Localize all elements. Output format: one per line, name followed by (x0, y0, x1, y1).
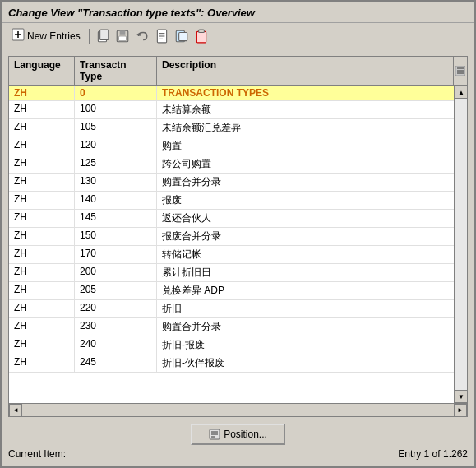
position-button[interactable]: Position... (191, 424, 285, 445)
cell-language: ZH (9, 155, 75, 173)
table-row[interactable]: ZH130购置合并分录 (9, 174, 454, 192)
cell-language: ZH (9, 137, 75, 155)
data-table: Language Transactn Type Description ZH0T… (8, 56, 468, 417)
cell-transactn-type: 220 (75, 300, 157, 317)
table-row[interactable]: ZH170转储记帐 (9, 246, 454, 264)
cell-description: 折旧-报废 (157, 336, 454, 354)
cell-language: ZH (9, 264, 75, 281)
table-row[interactable]: ZH220折旧 (9, 300, 454, 318)
copy2-icon[interactable] (173, 28, 190, 44)
entry-info: Entry 1 of 1.262 (398, 448, 468, 460)
position-btn-wrapper: Position... (8, 424, 468, 445)
cell-language: ZH (9, 86, 75, 100)
cell-transactn-type: 205 (75, 282, 157, 299)
cell-language: ZH (9, 246, 75, 263)
col-transactn-header: Transactn Type (75, 57, 157, 85)
save-icon[interactable] (114, 28, 131, 44)
table-row[interactable]: ZH145返还合伙人 (9, 210, 454, 228)
cell-description: 购置合并分录 (157, 174, 454, 191)
table-row[interactable]: ZH140报废 (9, 192, 454, 210)
undo-icon[interactable] (134, 28, 150, 44)
scroll-up-button[interactable]: ▲ (455, 86, 467, 99)
table-row[interactable]: ZH125跨公司购置 (9, 155, 454, 174)
cell-transactn-type: 140 (75, 192, 157, 209)
scroll-right-button[interactable]: ► (454, 404, 467, 417)
vertical-scrollbar[interactable]: ▲ ▼ (454, 86, 467, 403)
cell-language: ZH (9, 300, 75, 317)
copy-icon[interactable] (95, 28, 111, 44)
cell-description: 折旧-伙伴报废 (157, 354, 454, 372)
cell-description: 报废 (157, 192, 454, 209)
cell-description: TRANSACTION TYPES (157, 86, 454, 100)
cell-transactn-type: 200 (75, 264, 157, 281)
cell-description: 返还合伙人 (157, 210, 454, 227)
scroll-down-button[interactable]: ▼ (455, 390, 467, 403)
cell-language: ZH (9, 228, 75, 245)
cell-description: 折旧 (157, 300, 454, 317)
paste-icon[interactable] (193, 28, 210, 44)
cell-language: ZH (9, 210, 75, 227)
scroll-track[interactable] (455, 99, 467, 390)
table-row[interactable]: ZH105未结余额汇兑差异 (9, 119, 454, 137)
cell-description: 跨公司购置 (157, 155, 454, 173)
toolbar-separator-1 (89, 29, 90, 44)
table-body-area: ZH0TRANSACTION TYPESZH100未结算余额ZH105未结余额汇… (9, 86, 467, 403)
svg-rect-15 (196, 31, 206, 43)
new-entries-button[interactable]: New Entries (8, 26, 84, 45)
table-row[interactable]: ZH245折旧-伙伴报废 (9, 354, 454, 373)
main-window: Change View "Transaction type texts": Ov… (0, 0, 476, 468)
new-entries-label: New Entries (27, 30, 81, 42)
position-button-label: Position... (224, 429, 267, 440)
svg-rect-14 (178, 32, 187, 40)
cell-description: 购置 (157, 137, 454, 155)
cell-language: ZH (9, 282, 75, 299)
table-row[interactable]: ZH150报废合并分录 (9, 228, 454, 246)
cell-description: 转储记帐 (157, 246, 454, 263)
table-row[interactable]: ZH200累计折旧日 (9, 264, 454, 282)
cell-description: 累计折旧日 (157, 264, 454, 281)
svg-rect-16 (198, 30, 204, 32)
toolbar: New Entries (2, 23, 474, 49)
cell-transactn-type: 245 (75, 354, 157, 372)
new-entries-icon (12, 28, 25, 44)
svg-rect-4 (99, 30, 108, 39)
table-row[interactable]: ZH240折旧-报废 (9, 336, 454, 354)
title-bar: Change View "Transaction type texts": Ov… (2, 2, 474, 23)
cell-description: 未结算余额 (157, 101, 454, 118)
table-row[interactable]: ZH230购置合并分录 (9, 318, 454, 336)
bottom-area: Position... Current Item: Entry 1 of 1.2… (8, 424, 468, 460)
cell-transactn-type: 0 (75, 86, 157, 100)
table-header: Language Transactn Type Description (9, 57, 467, 86)
table-row[interactable]: ZH205兑换差异 ADP (9, 282, 454, 300)
column-settings-icon[interactable] (454, 57, 467, 85)
cell-language: ZH (9, 192, 75, 209)
cell-transactn-type: 170 (75, 246, 157, 263)
main-content: Language Transactn Type Description ZH0T… (2, 49, 474, 466)
cell-transactn-type: 130 (75, 174, 157, 191)
cell-transactn-type: 230 (75, 318, 157, 336)
cell-transactn-type: 100 (75, 101, 157, 118)
table-row[interactable]: ZH120购置 (9, 137, 454, 155)
col-description-header: Description (157, 57, 454, 85)
cell-transactn-type: 105 (75, 119, 157, 137)
scroll-left-button[interactable]: ◄ (9, 404, 22, 417)
svg-rect-6 (119, 30, 125, 35)
cell-transactn-type: 120 (75, 137, 157, 155)
cell-description: 兑换差异 ADP (157, 282, 454, 299)
document-icon[interactable] (154, 28, 170, 44)
cell-transactn-type: 240 (75, 336, 157, 354)
cell-description: 购置合并分录 (157, 318, 454, 336)
cell-transactn-type: 145 (75, 210, 157, 227)
table-rows: ZH0TRANSACTION TYPESZH100未结算余额ZH105未结余额汇… (9, 86, 454, 403)
horizontal-scrollbar[interactable]: ◄ ► (9, 403, 467, 416)
table-row[interactable]: ZH100未结算余额 (9, 101, 454, 119)
cell-description: 报废合并分录 (157, 228, 454, 245)
cell-language: ZH (9, 318, 75, 336)
cell-description: 未结余额汇兑差异 (157, 119, 454, 137)
table-row[interactable]: ZH0TRANSACTION TYPES (9, 86, 454, 101)
cell-language: ZH (9, 101, 75, 118)
cell-language: ZH (9, 336, 75, 354)
svg-rect-7 (118, 36, 126, 41)
cell-language: ZH (9, 119, 75, 137)
cell-language: ZH (9, 174, 75, 191)
